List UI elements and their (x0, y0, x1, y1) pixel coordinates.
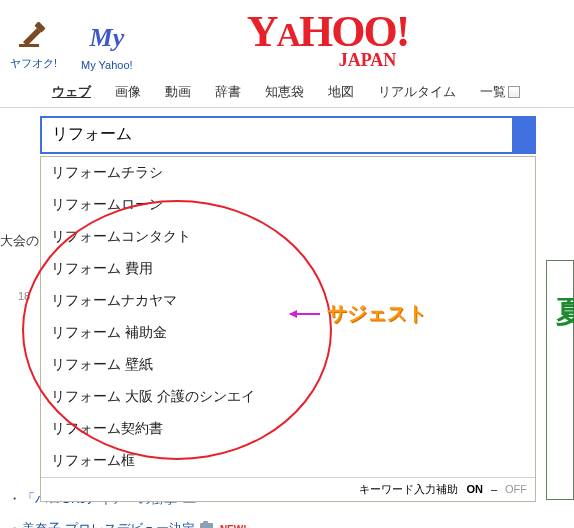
search-input[interactable] (42, 118, 512, 152)
suggest-toggle-sep: – (491, 483, 497, 495)
tab-realtime[interactable]: リアルタイム (366, 81, 468, 103)
search-area: リフォームチラシ リフォームローン リフォームコンタクト リフォーム 費用 リフ… (40, 116, 574, 154)
my-yahoo-link[interactable]: My My Yahoo! (81, 23, 133, 71)
suggest-item[interactable]: リフォームチラシ (41, 157, 535, 189)
camera-icon (200, 523, 213, 528)
gavel-icon (10, 20, 57, 50)
new-badge: NEW! (220, 524, 247, 528)
tab-image[interactable]: 画像 (103, 81, 153, 103)
auction-link[interactable]: ヤフオク! (10, 20, 57, 71)
suggest-toggle-on[interactable]: ON (466, 483, 483, 495)
side-banner[interactable]: 夏 (546, 260, 574, 500)
svg-rect-1 (19, 44, 39, 47)
auction-label: ヤフオク! (10, 57, 57, 69)
suggest-dropdown: リフォームチラシ リフォームローン リフォームコンタクト リフォーム 費用 リフ… (40, 156, 536, 502)
suggest-item[interactable]: リフォームローン (41, 189, 535, 221)
suggest-item[interactable]: リフォーム 費用 (41, 253, 535, 285)
search-tabs: ウェブ 画像 動画 辞書 知恵袋 地図 リアルタイム 一覧 (0, 75, 574, 108)
suggest-item[interactable]: リフォーム框 (41, 445, 535, 477)
search-button[interactable] (512, 118, 534, 152)
logo-main: YAHOO! (247, 12, 409, 52)
suggest-footer: キーワード入力補助 ON – OFF (41, 477, 535, 501)
suggest-footer-label: キーワード入力補助 (359, 482, 458, 497)
search-box (40, 116, 536, 154)
tab-dictionary[interactable]: 辞書 (203, 81, 253, 103)
suggest-item[interactable]: リフォームナカヤマ (41, 285, 535, 317)
suggest-item[interactable]: リフォーム契約書 (41, 413, 535, 445)
tab-video[interactable]: 動画 (153, 81, 203, 103)
news-item: 美奈子 プロレスデビュー決定 NEW! (8, 514, 574, 528)
top-bar: ヤフオク! My My Yahoo! YAHOO! JAPAN (0, 0, 574, 75)
my-icon: My (81, 23, 133, 53)
suggest-item[interactable]: リフォーム 大阪 介護のシンエイ (41, 381, 535, 413)
my-yahoo-label: My Yahoo! (81, 59, 133, 71)
tab-web[interactable]: ウェブ (40, 81, 103, 103)
chevron-down-icon (514, 89, 520, 93)
side-banner-text: 夏 (547, 261, 574, 293)
left-truncated-number: 18 (18, 290, 30, 302)
tab-map[interactable]: 地図 (316, 81, 366, 103)
news-link[interactable]: 美奈子 プロレスデビュー決定 (22, 521, 195, 528)
tab-chiebukuro[interactable]: 知恵袋 (253, 81, 316, 103)
suggest-item[interactable]: リフォーム 補助金 (41, 317, 535, 349)
suggest-toggle-off[interactable]: OFF (505, 483, 527, 495)
yahoo-japan-logo[interactable]: YAHOO! JAPAN (247, 12, 409, 71)
suggest-item[interactable]: リフォームコンタクト (41, 221, 535, 253)
suggest-item[interactable]: リフォーム 壁紙 (41, 349, 535, 381)
left-truncated-text: 大会の (0, 232, 39, 250)
tab-more[interactable]: 一覧 (468, 81, 532, 103)
